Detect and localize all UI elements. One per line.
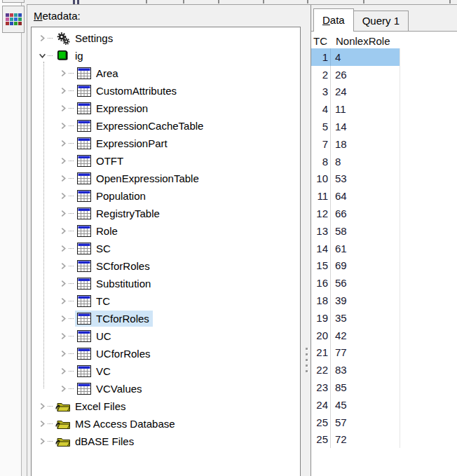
- tree-item-settings[interactable]: Settings: [32, 29, 300, 47]
- chevron-right-icon[interactable]: [60, 227, 67, 235]
- table-row[interactable]: 1569: [311, 257, 400, 275]
- cell-nonlexrole[interactable]: 56: [331, 277, 400, 289]
- cell-nonlexrole[interactable]: 72: [331, 433, 400, 445]
- tree-item-scforroles[interactable]: SCforRoles: [32, 257, 300, 275]
- cell-tc[interactable]: 4: [311, 100, 331, 118]
- chevron-right-icon[interactable]: [37, 33, 48, 43]
- tree-item-body[interactable]: ig: [54, 48, 87, 64]
- table-row[interactable]: 2572: [311, 431, 400, 449]
- tree-item-sc[interactable]: SC: [32, 240, 300, 257]
- data-grid[interactable]: TC NonlexRole 14226324411514718881053116…: [311, 32, 457, 476]
- cell-tc[interactable]: 7: [311, 135, 331, 153]
- chevron-right-icon[interactable]: [60, 69, 67, 77]
- chevron-right-icon[interactable]: [37, 401, 48, 412]
- tree-item-body[interactable]: Expression: [75, 100, 151, 116]
- cell-nonlexrole[interactable]: 57: [331, 416, 400, 428]
- table-row[interactable]: 514: [311, 118, 400, 135]
- tree-item-expressioncachetable[interactable]: ExpressionCacheTable: [32, 117, 300, 135]
- tree-item-body[interactable]: VC: [75, 363, 114, 379]
- tree-item-body[interactable]: RegistryTable: [75, 205, 163, 222]
- cell-nonlexrole[interactable]: 45: [331, 399, 400, 411]
- tree-item-ms-access-database[interactable]: MS Access Database: [32, 415, 300, 433]
- chevron-right-icon[interactable]: [58, 366, 69, 376]
- tree-item-uc[interactable]: UC: [32, 327, 300, 345]
- chevron-right-icon[interactable]: [60, 315, 67, 322]
- cell-tc[interactable]: 2: [311, 66, 331, 83]
- cell-tc[interactable]: 22: [311, 361, 331, 379]
- chevron-right-icon[interactable]: [60, 210, 67, 217]
- tree-item-body[interactable]: Population: [75, 188, 149, 204]
- chevron-down-icon[interactable]: [37, 50, 48, 61]
- cell-nonlexrole[interactable]: 64: [331, 190, 400, 202]
- table-row[interactable]: 2042: [311, 327, 400, 344]
- cell-nonlexrole[interactable]: 24: [331, 86, 400, 97]
- tree-item-body[interactable]: ExpressionPart: [75, 135, 171, 151]
- table-row[interactable]: 2177: [311, 344, 400, 362]
- chevron-right-icon[interactable]: [58, 68, 69, 79]
- tree-item-body[interactable]: ExpressionCacheTable: [75, 118, 207, 134]
- tree-item-ucforroles[interactable]: UCforRoles: [32, 345, 300, 362]
- tree-item-body[interactable]: Substitution: [75, 276, 154, 292]
- cell-nonlexrole[interactable]: 35: [331, 312, 400, 324]
- tree-item-excel-files[interactable]: Excel Files: [32, 397, 300, 415]
- chevron-right-icon[interactable]: [60, 297, 67, 305]
- tree-item-body[interactable]: CustomAttributes: [75, 83, 180, 99]
- table-row[interactable]: 1656: [311, 274, 400, 292]
- table-row[interactable]: 1164: [311, 187, 400, 205]
- chevron-down-icon[interactable]: [39, 52, 46, 60]
- chevron-right-icon[interactable]: [60, 367, 67, 375]
- tree-item-body[interactable]: VCValues: [75, 381, 146, 397]
- chevron-right-icon[interactable]: [58, 278, 69, 289]
- tab-data[interactable]: Data: [313, 8, 354, 32]
- cell-tc[interactable]: 14: [311, 240, 331, 257]
- chevron-right-icon[interactable]: [58, 331, 69, 341]
- chevron-right-icon[interactable]: [60, 245, 67, 252]
- cell-tc[interactable]: 10: [311, 170, 331, 188]
- chevron-right-icon[interactable]: [58, 226, 69, 236]
- table-row[interactable]: 14: [311, 48, 400, 66]
- tree-item-openexpressiontable[interactable]: OpenExpressionTable: [32, 170, 300, 187]
- cell-nonlexrole[interactable]: 4: [331, 51, 400, 63]
- tree-item-body[interactable]: OTFT: [75, 153, 127, 169]
- chevron-right-icon[interactable]: [58, 208, 69, 219]
- cell-tc[interactable]: 5: [311, 118, 331, 135]
- chevron-right-icon[interactable]: [37, 436, 48, 447]
- table-row[interactable]: 226: [311, 66, 400, 83]
- tree-item-ig[interactable]: ig: [32, 47, 300, 64]
- table-row[interactable]: 1053: [311, 170, 400, 188]
- cell-tc[interactable]: 8: [311, 153, 331, 170]
- table-row[interactable]: 1935: [311, 309, 400, 327]
- tree-item-body[interactable]: SCforRoles: [75, 258, 154, 274]
- chevron-right-icon[interactable]: [39, 437, 46, 445]
- column-header-nonlexrole[interactable]: NonlexRole: [331, 35, 390, 47]
- cell-nonlexrole[interactable]: 77: [331, 346, 400, 358]
- tree-item-body[interactable]: Area: [75, 65, 122, 81]
- chevron-right-icon[interactable]: [58, 313, 69, 324]
- tree-item-otft[interactable]: OTFT: [32, 152, 300, 170]
- table-row[interactable]: 1461: [311, 240, 400, 257]
- chevron-right-icon[interactable]: [58, 86, 69, 96]
- cell-tc[interactable]: 25: [311, 431, 331, 449]
- tree-item-body[interactable]: Excel Files: [54, 398, 130, 414]
- cell-tc[interactable]: 3: [311, 83, 331, 101]
- cell-nonlexrole[interactable]: 11: [331, 103, 400, 115]
- chevron-right-icon[interactable]: [60, 350, 67, 358]
- chevron-right-icon[interactable]: [58, 121, 69, 131]
- cell-tc[interactable]: 15: [311, 257, 331, 275]
- chevron-right-icon[interactable]: [58, 173, 69, 184]
- cell-nonlexrole[interactable]: 61: [331, 243, 400, 254]
- cell-nonlexrole[interactable]: 66: [331, 208, 400, 219]
- cell-tc[interactable]: 19: [311, 309, 331, 327]
- tab-query-1[interactable]: Query 1: [353, 11, 409, 31]
- table-row[interactable]: 2385: [311, 379, 400, 396]
- chevron-right-icon[interactable]: [60, 385, 67, 393]
- cell-nonlexrole[interactable]: 53: [331, 172, 400, 184]
- chevron-right-icon[interactable]: [60, 332, 67, 340]
- chevron-right-icon[interactable]: [60, 87, 67, 95]
- tree-item-registrytable[interactable]: RegistryTable: [32, 205, 300, 222]
- chevron-right-icon[interactable]: [60, 157, 67, 165]
- table-row[interactable]: 2557: [311, 414, 400, 431]
- cell-nonlexrole[interactable]: 39: [331, 294, 400, 306]
- tree-item-role[interactable]: Role: [32, 222, 300, 240]
- tree-item-customattributes[interactable]: CustomAttributes: [32, 82, 300, 100]
